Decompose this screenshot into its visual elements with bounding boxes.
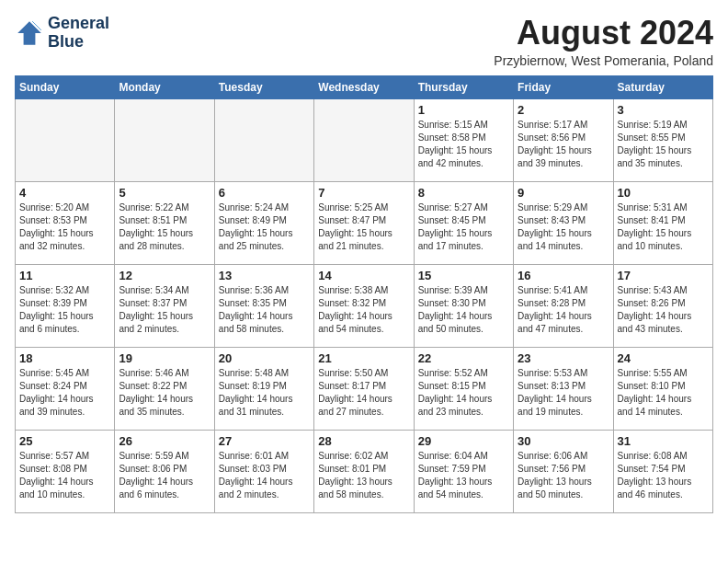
calendar-cell: 11Sunrise: 5:32 AM Sunset: 8:39 PM Dayli…	[16, 264, 115, 347]
calendar-cell: 21Sunrise: 5:50 AM Sunset: 8:17 PM Dayli…	[314, 347, 414, 430]
day-number: 20	[219, 351, 310, 365]
day-info: Sunrise: 5:31 AM Sunset: 8:41 PM Dayligh…	[618, 201, 709, 253]
calendar-cell: 3Sunrise: 5:19 AM Sunset: 8:55 PM Daylig…	[613, 98, 712, 181]
day-number: 7	[318, 186, 409, 200]
title-section: August 2024 Przybiernow, West Pomerania,…	[494, 15, 713, 68]
calendar-cell: 23Sunrise: 5:53 AM Sunset: 8:13 PM Dayli…	[514, 347, 613, 430]
day-number: 22	[418, 351, 509, 365]
day-number: 4	[19, 186, 110, 200]
logo-icon	[15, 18, 44, 48]
calendar-cell: 5Sunrise: 5:22 AM Sunset: 8:51 PM Daylig…	[115, 181, 214, 264]
logo-text: General Blue	[48, 15, 109, 52]
day-number: 15	[418, 269, 509, 282]
calendar-cell: 20Sunrise: 5:48 AM Sunset: 8:19 PM Dayli…	[214, 347, 313, 430]
day-number: 9	[518, 186, 609, 200]
calendar-cell: 19Sunrise: 5:46 AM Sunset: 8:22 PM Dayli…	[115, 347, 214, 430]
weekday-header-wednesday: Wednesday	[314, 75, 414, 98]
day-number: 28	[318, 434, 409, 448]
day-number: 1	[418, 103, 509, 117]
weekday-header-row: SundayMondayTuesdayWednesdayThursdayFrid…	[16, 75, 713, 98]
day-number: 5	[119, 186, 210, 200]
day-number: 8	[418, 186, 509, 200]
day-info: Sunrise: 5:20 AM Sunset: 8:53 PM Dayligh…	[19, 201, 110, 253]
day-number: 13	[219, 269, 310, 282]
week-row-5: 25Sunrise: 5:57 AM Sunset: 8:08 PM Dayli…	[16, 430, 713, 512]
day-number: 12	[119, 269, 210, 282]
calendar-cell: 16Sunrise: 5:41 AM Sunset: 8:28 PM Dayli…	[514, 264, 613, 347]
calendar-cell: 6Sunrise: 5:24 AM Sunset: 8:49 PM Daylig…	[214, 181, 313, 264]
calendar-cell	[314, 98, 414, 181]
calendar-cell	[16, 98, 115, 181]
day-info: Sunrise: 5:34 AM Sunset: 8:37 PM Dayligh…	[119, 284, 210, 336]
day-number: 23	[518, 351, 609, 365]
day-info: Sunrise: 6:04 AM Sunset: 7:59 PM Dayligh…	[418, 450, 509, 501]
day-number: 3	[618, 103, 709, 117]
day-info: Sunrise: 5:36 AM Sunset: 8:35 PM Dayligh…	[219, 284, 310, 336]
weekday-header-monday: Monday	[115, 75, 214, 98]
day-number: 16	[518, 269, 609, 282]
calendar-cell	[115, 98, 214, 181]
day-number: 6	[219, 186, 310, 200]
day-info: Sunrise: 5:27 AM Sunset: 8:45 PM Dayligh…	[418, 201, 509, 253]
calendar-cell: 7Sunrise: 5:25 AM Sunset: 8:47 PM Daylig…	[314, 181, 414, 264]
calendar-cell: 29Sunrise: 6:04 AM Sunset: 7:59 PM Dayli…	[414, 430, 513, 512]
day-info: Sunrise: 5:25 AM Sunset: 8:47 PM Dayligh…	[318, 201, 409, 253]
calendar-cell: 24Sunrise: 5:55 AM Sunset: 8:10 PM Dayli…	[613, 347, 712, 430]
day-number: 24	[618, 351, 709, 365]
week-row-2: 4Sunrise: 5:20 AM Sunset: 8:53 PM Daylig…	[16, 181, 713, 264]
day-number: 14	[318, 269, 409, 282]
day-info: Sunrise: 5:59 AM Sunset: 8:06 PM Dayligh…	[119, 450, 210, 501]
day-number: 10	[618, 186, 709, 200]
day-info: Sunrise: 5:48 AM Sunset: 8:19 PM Dayligh…	[219, 367, 310, 419]
day-number: 2	[518, 103, 609, 117]
day-info: Sunrise: 5:24 AM Sunset: 8:49 PM Dayligh…	[219, 201, 310, 253]
day-info: Sunrise: 6:01 AM Sunset: 8:03 PM Dayligh…	[219, 450, 310, 501]
weekday-header-thursday: Thursday	[414, 75, 513, 98]
day-info: Sunrise: 5:50 AM Sunset: 8:17 PM Dayligh…	[318, 367, 409, 419]
day-info: Sunrise: 5:17 AM Sunset: 8:56 PM Dayligh…	[518, 119, 609, 170]
calendar-cell: 8Sunrise: 5:27 AM Sunset: 8:45 PM Daylig…	[414, 181, 513, 264]
day-info: Sunrise: 5:15 AM Sunset: 8:58 PM Dayligh…	[418, 119, 509, 170]
day-info: Sunrise: 5:29 AM Sunset: 8:43 PM Dayligh…	[518, 201, 609, 253]
day-number: 31	[618, 434, 709, 448]
page-header: General Blue August 2024 Przybiernow, We…	[15, 15, 713, 68]
calendar-cell: 31Sunrise: 6:08 AM Sunset: 7:54 PM Dayli…	[613, 430, 712, 512]
calendar-cell: 15Sunrise: 5:39 AM Sunset: 8:30 PM Dayli…	[414, 264, 513, 347]
weekday-header-tuesday: Tuesday	[214, 75, 313, 98]
day-info: Sunrise: 5:46 AM Sunset: 8:22 PM Dayligh…	[119, 367, 210, 419]
calendar-cell: 17Sunrise: 5:43 AM Sunset: 8:26 PM Dayli…	[613, 264, 712, 347]
day-number: 30	[518, 434, 609, 448]
day-number: 26	[119, 434, 210, 448]
calendar-cell: 9Sunrise: 5:29 AM Sunset: 8:43 PM Daylig…	[514, 181, 613, 264]
calendar-cell: 4Sunrise: 5:20 AM Sunset: 8:53 PM Daylig…	[16, 181, 115, 264]
day-info: Sunrise: 5:55 AM Sunset: 8:10 PM Dayligh…	[618, 367, 709, 419]
day-info: Sunrise: 6:08 AM Sunset: 7:54 PM Dayligh…	[618, 450, 709, 501]
calendar-cell: 2Sunrise: 5:17 AM Sunset: 8:56 PM Daylig…	[514, 98, 613, 181]
calendar: SundayMondayTuesdayWednesdayThursdayFrid…	[15, 75, 713, 513]
day-info: Sunrise: 5:32 AM Sunset: 8:39 PM Dayligh…	[19, 284, 110, 336]
calendar-cell: 26Sunrise: 5:59 AM Sunset: 8:06 PM Dayli…	[115, 430, 214, 512]
calendar-cell	[214, 98, 313, 181]
calendar-cell: 28Sunrise: 6:02 AM Sunset: 8:01 PM Dayli…	[314, 430, 414, 512]
calendar-cell: 12Sunrise: 5:34 AM Sunset: 8:37 PM Dayli…	[115, 264, 214, 347]
calendar-cell: 1Sunrise: 5:15 AM Sunset: 8:58 PM Daylig…	[414, 98, 513, 181]
day-info: Sunrise: 6:06 AM Sunset: 7:56 PM Dayligh…	[518, 450, 609, 501]
calendar-cell: 27Sunrise: 6:01 AM Sunset: 8:03 PM Dayli…	[214, 430, 313, 512]
day-info: Sunrise: 5:39 AM Sunset: 8:30 PM Dayligh…	[418, 284, 509, 336]
day-info: Sunrise: 5:41 AM Sunset: 8:28 PM Dayligh…	[518, 284, 609, 336]
calendar-cell: 18Sunrise: 5:45 AM Sunset: 8:24 PM Dayli…	[16, 347, 115, 430]
calendar-cell: 14Sunrise: 5:38 AM Sunset: 8:32 PM Dayli…	[314, 264, 414, 347]
day-number: 21	[318, 351, 409, 365]
day-info: Sunrise: 5:38 AM Sunset: 8:32 PM Dayligh…	[318, 284, 409, 336]
day-info: Sunrise: 5:43 AM Sunset: 8:26 PM Dayligh…	[618, 284, 709, 336]
calendar-cell: 10Sunrise: 5:31 AM Sunset: 8:41 PM Dayli…	[613, 181, 712, 264]
day-number: 27	[219, 434, 310, 448]
week-row-3: 11Sunrise: 5:32 AM Sunset: 8:39 PM Dayli…	[16, 264, 713, 347]
day-number: 19	[119, 351, 210, 365]
calendar-cell: 25Sunrise: 5:57 AM Sunset: 8:08 PM Dayli…	[16, 430, 115, 512]
day-info: Sunrise: 5:19 AM Sunset: 8:55 PM Dayligh…	[618, 119, 709, 170]
week-row-4: 18Sunrise: 5:45 AM Sunset: 8:24 PM Dayli…	[16, 347, 713, 430]
svg-marker-0	[17, 21, 41, 45]
calendar-cell: 13Sunrise: 5:36 AM Sunset: 8:35 PM Dayli…	[214, 264, 313, 347]
month-title: August 2024	[494, 15, 713, 52]
